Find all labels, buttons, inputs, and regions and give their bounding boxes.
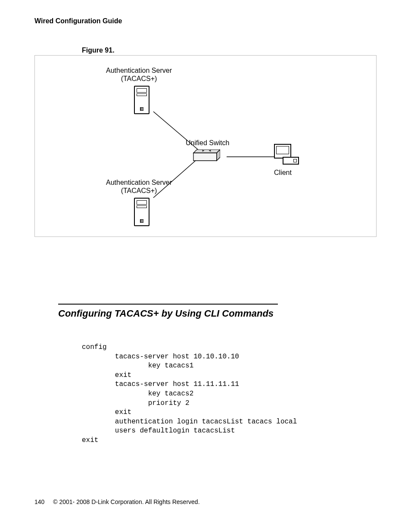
figure-box: Authentication Server (TACACS+) Unified … (34, 55, 377, 237)
figure-caption: Figure 91. (82, 47, 377, 54)
switch-icon (190, 149, 220, 162)
svg-marker-3 (193, 149, 220, 153)
svg-marker-4 (193, 153, 217, 161)
server-slot (140, 219, 143, 223)
code-line: exit (82, 408, 131, 416)
server-icon (134, 86, 149, 114)
code-line: key tacacs2 (82, 390, 193, 398)
section-rule (58, 304, 278, 305)
code-line: authentication login tacacsList tacacs l… (82, 418, 297, 426)
bottom-server-label-line2: (TACACS+) (121, 187, 157, 194)
client-base-icon (283, 157, 299, 165)
page: Wired Configuration Guide Figure 91. Aut… (0, 0, 411, 532)
bottom-server-label-line1: Authentication Server (106, 179, 172, 186)
switch-label: Unified Switch (186, 139, 229, 147)
bottom-server-label: Authentication Server (TACACS+) (106, 178, 172, 195)
copyright-text: © 2001- 2008 D-Link Corporation. All Rig… (53, 498, 199, 505)
code-line: tacacs-server host 11.11.11.11 (82, 380, 239, 388)
code-block: config tacacs-server host 10.10.10.10 ke… (82, 343, 377, 445)
client-label: Client (274, 168, 292, 177)
svg-line-0 (153, 112, 203, 154)
code-line: priority 2 (82, 399, 190, 407)
server-slot (140, 107, 143, 111)
code-line: tacacs-server host 10.10.10.10 (82, 353, 239, 361)
client-monitor-icon (274, 144, 291, 159)
code-line: config (82, 343, 107, 351)
page-number: 140 (34, 498, 44, 505)
code-line: users defaultlogin tacacsList (82, 427, 235, 435)
top-server-label-line2: (TACACS+) (121, 75, 157, 82)
client-icon (274, 144, 299, 165)
top-server-label-line1: Authentication Server (106, 67, 172, 74)
section-heading: Configuring TACACS+ by Using CLI Command… (58, 308, 377, 319)
code-line: exit (82, 371, 131, 379)
top-server-label: Authentication Server (TACACS+) (106, 66, 172, 83)
code-line: exit (82, 436, 98, 444)
page-header-title: Wired Configuration Guide (34, 17, 377, 25)
page-footer: 140 © 2001- 2008 D-Link Corporation. All… (34, 498, 200, 505)
code-line: key tacacs1 (82, 362, 193, 370)
server-icon (134, 198, 149, 226)
